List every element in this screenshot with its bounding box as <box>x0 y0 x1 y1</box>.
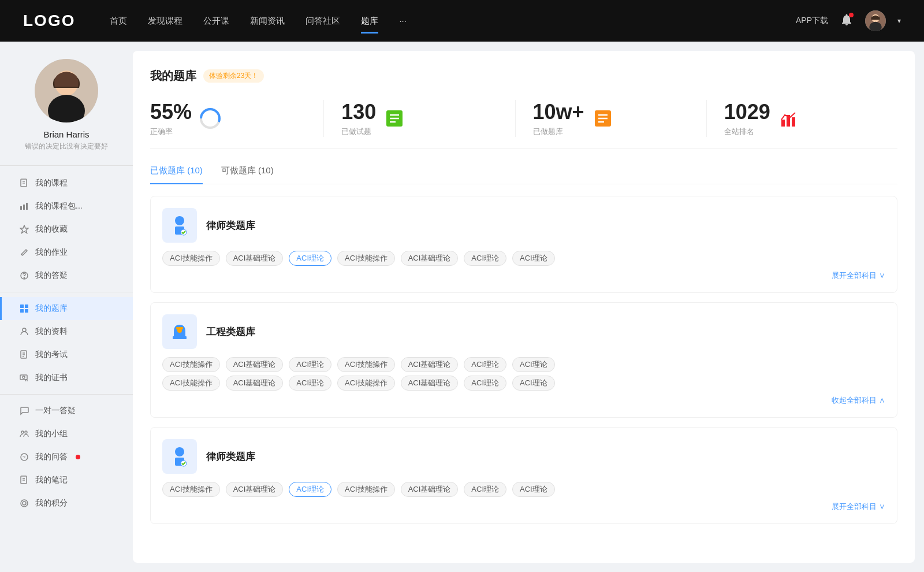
menu-label-tutoring: 一对一答疑 <box>35 406 76 416</box>
tag-eng-r2-3[interactable]: ACI技能操作 <box>337 376 395 391</box>
tag-lawyer-1-2[interactable]: ACI理论 <box>289 251 331 266</box>
cert-icon <box>19 373 29 383</box>
tags-row-lawyer-2: ACI技能操作 ACI基础理论 ACI理论 ACI技能操作 ACI基础理论 AC… <box>162 482 885 497</box>
tag-lawyer-1-3[interactable]: ACI技能操作 <box>337 251 395 266</box>
menu-item-exam[interactable]: 我的考试 <box>0 343 133 366</box>
tag-eng-r2-1[interactable]: ACI基础理论 <box>226 376 284 391</box>
svg-point-28 <box>25 431 27 433</box>
bank-item-engineer: 工程类题库 ACI技能操作 ACI基础理论 ACI理论 ACI技能操作 ACI基… <box>150 302 897 418</box>
collapse-link-engineer[interactable]: 收起全部科目 ∧ <box>162 395 885 406</box>
tag-eng-r2-6[interactable]: ACI理论 <box>512 376 555 391</box>
tag-eng-r2-0[interactable]: ACI技能操作 <box>162 376 220 391</box>
nav-question-bank[interactable]: 题库 <box>361 11 378 31</box>
tag-lawyer-2-4[interactable]: ACI基础理论 <box>401 482 459 497</box>
bank-header-lawyer-1: 律师类题库 <box>162 208 885 243</box>
tag-lawyer-1-5[interactable]: ACI理论 <box>464 251 506 266</box>
tag-eng-r1-2[interactable]: ACI理论 <box>289 357 331 372</box>
tag-lawyer-2-6[interactable]: ACI理论 <box>512 482 555 497</box>
svg-rect-52 <box>173 336 187 339</box>
tag-eng-r2-4[interactable]: ACI基础理论 <box>401 376 459 391</box>
header-right: APP下载 ▾ <box>796 10 901 31</box>
tag-eng-r1-3[interactable]: ACI技能操作 <box>337 357 395 372</box>
chat-icon <box>19 406 29 416</box>
tag-lawyer-2-2[interactable]: ACI理论 <box>289 482 331 497</box>
tag-eng-r1-1[interactable]: ACI基础理论 <box>226 357 284 372</box>
tag-lawyer-1-0[interactable]: ACI技能操作 <box>162 251 220 266</box>
menu-item-cert[interactable]: 我的证书 <box>0 366 133 389</box>
menu-item-profile[interactable]: 我的资料 <box>0 320 133 343</box>
tag-lawyer-2-0[interactable]: ACI技能操作 <box>162 482 220 497</box>
accuracy-icon <box>199 107 222 130</box>
menu-item-points[interactable]: 我的积分 <box>0 492 133 515</box>
tag-eng-r1-6[interactable]: ACI理论 <box>512 357 555 372</box>
group-icon <box>19 429 29 439</box>
bar-chart-icon <box>19 201 29 211</box>
tags-row2-engineer: ACI技能操作 ACI基础理论 ACI理论 ACI技能操作 ACI基础理论 AC… <box>162 376 885 391</box>
menu-label-notes: 我的笔记 <box>35 475 68 485</box>
main-content: 我的题库 体验剩余23天！ 55% 正确率 130 <box>133 51 915 563</box>
menu-label-my-qa: 我的问答 <box>35 452 68 462</box>
menu-label-points: 我的积分 <box>35 498 68 508</box>
ranking-label: 全站排名 <box>724 127 770 137</box>
edit-icon <box>19 247 29 258</box>
menu-item-my-qa[interactable]: ? 我的问答 <box>0 445 133 469</box>
nav-more[interactable]: ··· <box>399 11 407 31</box>
tab-done-banks[interactable]: 已做题库 (10) <box>150 165 203 184</box>
menu-item-course-package[interactable]: 我的课程包... <box>0 195 133 218</box>
menu-item-course[interactable]: 我的课程 <box>0 172 133 195</box>
tag-eng-r1-4[interactable]: ACI基础理论 <box>401 357 459 372</box>
profile-motto: 错误的决定比没有决定要好 <box>16 142 117 151</box>
svg-rect-25 <box>20 375 27 380</box>
nav-open-course[interactable]: 公开课 <box>203 11 229 31</box>
bank-icon-lawyer-2 <box>162 439 197 474</box>
expand-link-lawyer-1[interactable]: 展开全部科目 ∨ <box>162 270 885 281</box>
bank-title-engineer: 工程类题库 <box>206 325 255 339</box>
menu-item-question[interactable]: 我的答疑 <box>0 264 133 287</box>
menu-item-favorites[interactable]: 我的收藏 <box>0 218 133 241</box>
menu-item-notes[interactable]: 我的笔记 <box>0 469 133 492</box>
tag-lawyer-2-1[interactable]: ACI基础理论 <box>226 482 284 497</box>
tags-row1-engineer: ACI技能操作 ACI基础理论 ACI理论 ACI技能操作 ACI基础理论 AC… <box>162 357 885 372</box>
svg-point-34 <box>21 500 28 507</box>
tag-lawyer-2-3[interactable]: ACI技能操作 <box>337 482 395 497</box>
tag-eng-r2-2[interactable]: ACI理论 <box>289 376 331 391</box>
nav-qa[interactable]: 问答社区 <box>305 11 340 31</box>
menu-divider-1 <box>0 292 133 292</box>
app-download-button[interactable]: APP下载 <box>796 16 828 26</box>
menu-label-profile: 我的资料 <box>35 326 68 337</box>
svg-point-35 <box>23 502 26 505</box>
nav-news[interactable]: 新闻资讯 <box>250 11 285 31</box>
nav-home[interactable]: 首页 <box>110 11 127 31</box>
tag-eng-r2-5[interactable]: ACI理论 <box>464 376 506 391</box>
people-icon <box>19 326 29 337</box>
user-menu-chevron[interactable]: ▾ <box>897 17 901 25</box>
menu-item-question-bank[interactable]: 我的题库 <box>0 297 133 320</box>
tag-eng-r1-5[interactable]: ACI理论 <box>464 357 506 372</box>
tag-lawyer-1-4[interactable]: ACI基础理论 <box>401 251 459 266</box>
svg-point-20 <box>23 328 26 332</box>
star-icon <box>19 224 29 235</box>
menu-item-tutoring[interactable]: 一对一答疑 <box>0 399 133 422</box>
tag-lawyer-1-6[interactable]: ACI理论 <box>512 251 555 266</box>
svg-rect-16 <box>20 304 24 308</box>
tabs: 已做题库 (10) 可做题库 (10) <box>150 165 897 184</box>
svg-point-49 <box>175 216 184 225</box>
nav-discover[interactable]: 发现课程 <box>148 11 182 31</box>
bank-icon-lawyer-1 <box>162 208 197 243</box>
stat-done-questions: 130 已做试题 <box>324 100 515 137</box>
menu-item-group[interactable]: 我的小组 <box>0 422 133 445</box>
tag-eng-r1-0[interactable]: ACI技能操作 <box>162 357 220 372</box>
tag-lawyer-1-1[interactable]: ACI基础理论 <box>226 251 284 266</box>
svg-rect-18 <box>20 309 24 313</box>
user-avatar[interactable] <box>865 10 886 31</box>
notification-bell[interactable] <box>840 13 854 29</box>
logo: LOGO <box>23 12 75 30</box>
done-questions-label: 已做试题 <box>341 127 376 137</box>
svg-point-27 <box>21 431 24 433</box>
bank-item-lawyer-2: 律师类题库 ACI技能操作 ACI基础理论 ACI理论 ACI技能操作 ACI基… <box>150 427 897 524</box>
tab-available-banks[interactable]: 可做题库 (10) <box>221 165 274 184</box>
menu-label-course-package: 我的课程包... <box>35 201 83 211</box>
menu-item-homework[interactable]: 我的作业 <box>0 241 133 264</box>
expand-link-lawyer-2[interactable]: 展开全部科目 ∨ <box>162 502 885 512</box>
tag-lawyer-2-5[interactable]: ACI理论 <box>464 482 506 497</box>
